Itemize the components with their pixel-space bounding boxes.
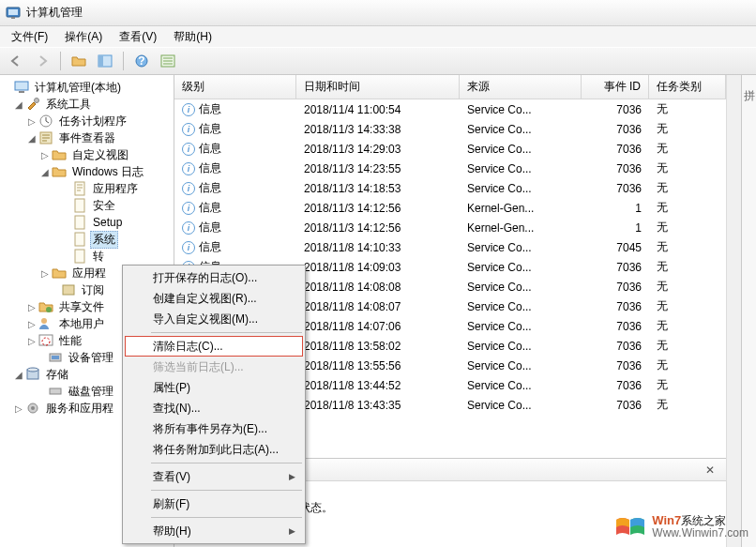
close-icon[interactable]: ✕ xyxy=(705,463,718,477)
event-row[interactable]: i信息 2018/11/8 14:10:33 Service Co... 704… xyxy=(174,237,726,257)
column-datetime[interactable]: 日期和时间 xyxy=(296,75,460,99)
tree-system-log[interactable]: 系统 xyxy=(0,231,174,248)
vertical-scrollbar[interactable] xyxy=(726,75,741,547)
log-icon xyxy=(72,232,87,247)
column-source[interactable]: 来源 xyxy=(460,75,582,99)
tools-icon xyxy=(25,97,40,112)
menu-create-custom-view[interactable]: 创建自定义视图(R)... xyxy=(125,288,303,309)
actions-pane: 拼 xyxy=(741,75,756,547)
menu-separator xyxy=(151,517,302,518)
log-icon xyxy=(72,249,87,264)
svg-rect-11 xyxy=(15,82,28,90)
menu-file[interactable]: 文件(F) xyxy=(4,27,55,47)
event-row[interactable]: i信息 2018/11/4 11:00:54 Service Co... 703… xyxy=(174,99,726,119)
menu-help[interactable]: 帮助(H) xyxy=(166,27,219,47)
svg-rect-27 xyxy=(52,356,59,359)
folder-icon xyxy=(52,164,67,179)
users-icon xyxy=(38,316,53,331)
toolbar: ? xyxy=(0,47,756,75)
tree-event-viewer[interactable]: ◢事件查看器 xyxy=(0,129,174,146)
svg-rect-16 xyxy=(75,182,84,195)
refresh-button[interactable] xyxy=(158,51,178,71)
subscription-icon xyxy=(61,282,76,297)
menu-refresh[interactable]: 刷新(F) xyxy=(125,494,303,514)
tree-security-log[interactable]: 安全 xyxy=(0,197,174,214)
svg-point-32 xyxy=(31,406,35,410)
help-icon: ? xyxy=(135,54,148,68)
context-menu: 打开保存的日志(O)... 创建自定义视图(R)... 导入自定义视图(M)..… xyxy=(122,265,306,544)
title-bar: 计算机管理 xyxy=(0,0,756,26)
menu-save-events-as[interactable]: 将所有事件另存为(E)... xyxy=(125,418,303,439)
svg-point-22 xyxy=(46,307,52,312)
event-row[interactable]: i信息 2018/11/3 14:23:55 Service Co... 703… xyxy=(174,159,726,178)
column-task[interactable]: 任务类别 xyxy=(649,75,726,99)
computer-icon xyxy=(14,80,29,95)
panel-icon xyxy=(98,54,113,68)
menu-separator xyxy=(151,332,302,333)
main-area: 计算机管理(本地) ◢系统工具 ▷任务计划程序 ◢事件查看器 ▷自定义视图 ◢W… xyxy=(0,75,756,547)
svg-rect-20 xyxy=(75,250,84,263)
watermark: Win7系统之家 Www.Winwin7.com xyxy=(614,514,748,539)
shared-folder-icon xyxy=(38,299,53,314)
device-icon xyxy=(48,350,63,365)
tree-system-tools[interactable]: ◢系统工具 xyxy=(0,96,174,113)
chevron-right-icon: ▶ xyxy=(289,526,295,536)
event-row[interactable]: i信息 2018/11/3 14:12:56 Kernel-Gen... 1 无 xyxy=(174,218,726,237)
tree-application-log[interactable]: 应用程序 xyxy=(0,180,174,197)
menu-view[interactable]: 查看(V)▶ xyxy=(125,466,303,487)
tree-task-scheduler[interactable]: ▷任务计划程序 xyxy=(0,113,174,129)
column-event-id[interactable]: 事件 ID xyxy=(582,75,649,99)
log-icon xyxy=(72,198,87,213)
event-row[interactable]: i信息 2018/11/3 14:12:56 Kernel-Gen... 1 无 xyxy=(174,198,726,218)
menu-open-saved-log[interactable]: 打开保存的日志(O)... xyxy=(125,267,303,288)
arrow-left-icon xyxy=(9,54,23,68)
performance-icon xyxy=(38,333,53,348)
menu-import-custom-view[interactable]: 导入自定义视图(M)... xyxy=(125,309,303,329)
event-row[interactable]: i信息 2018/11/3 14:33:38 Service Co... 703… xyxy=(174,119,726,139)
tree-setup-log[interactable]: Setup xyxy=(0,214,174,231)
show-hide-button[interactable] xyxy=(95,51,115,71)
svg-rect-21 xyxy=(63,285,74,295)
toolbar-separator xyxy=(123,52,124,70)
tree-custom-views[interactable]: ▷自定义视图 xyxy=(0,146,174,163)
menu-separator xyxy=(151,463,302,463)
folder-icon xyxy=(52,266,67,281)
menu-action[interactable]: 操作(A) xyxy=(57,27,110,47)
window-title: 计算机管理 xyxy=(26,5,83,21)
menu-find[interactable]: 查找(N)... xyxy=(125,398,303,418)
tree-windows-logs[interactable]: ◢Windows 日志 xyxy=(0,163,174,180)
info-icon: i xyxy=(182,241,195,254)
help-button[interactable]: ? xyxy=(131,51,152,71)
menu-bar: 文件(F) 操作(A) 查看(V) 帮助(H) xyxy=(0,26,756,47)
svg-rect-24 xyxy=(39,335,53,345)
windows-logo-icon xyxy=(614,516,646,539)
menu-clear-log[interactable]: 清除日志(C)... xyxy=(125,336,303,357)
event-row[interactable]: i信息 2018/11/3 14:29:03 Service Co... 703… xyxy=(174,139,726,159)
grid-header: 级别 日期和时间 来源 事件 ID 任务类别 xyxy=(174,75,726,99)
menu-attach-task[interactable]: 将任务附加到此日志(A)... xyxy=(125,439,303,460)
svg-rect-19 xyxy=(75,233,84,246)
info-icon: i xyxy=(182,143,195,156)
menu-view[interactable]: 查看(V) xyxy=(112,27,164,47)
arrow-right-icon xyxy=(36,54,49,68)
menu-help[interactable]: 帮助(H)▶ xyxy=(125,521,303,541)
svg-rect-2 xyxy=(11,17,15,19)
open-button[interactable] xyxy=(68,51,89,71)
event-row[interactable]: i信息 2018/11/3 14:18:53 Service Co... 703… xyxy=(174,178,726,198)
app-icon xyxy=(6,6,21,21)
svg-rect-1 xyxy=(8,9,18,15)
svg-point-23 xyxy=(41,318,47,324)
back-button[interactable] xyxy=(6,51,26,71)
storage-icon xyxy=(25,367,40,382)
chevron-right-icon: ▶ xyxy=(289,472,295,481)
svg-rect-18 xyxy=(75,216,84,229)
toolbar-separator xyxy=(60,52,61,70)
details-icon xyxy=(160,54,175,68)
tree-root[interactable]: 计算机管理(本地) xyxy=(0,79,174,96)
column-level[interactable]: 级别 xyxy=(174,75,296,99)
tree-forwarded-log[interactable]: 转 xyxy=(0,248,174,265)
actions-label: 拼 xyxy=(741,81,756,547)
menu-properties[interactable]: 属性(P) xyxy=(125,377,303,398)
folder-icon xyxy=(52,147,67,162)
forward-button[interactable] xyxy=(32,51,53,71)
